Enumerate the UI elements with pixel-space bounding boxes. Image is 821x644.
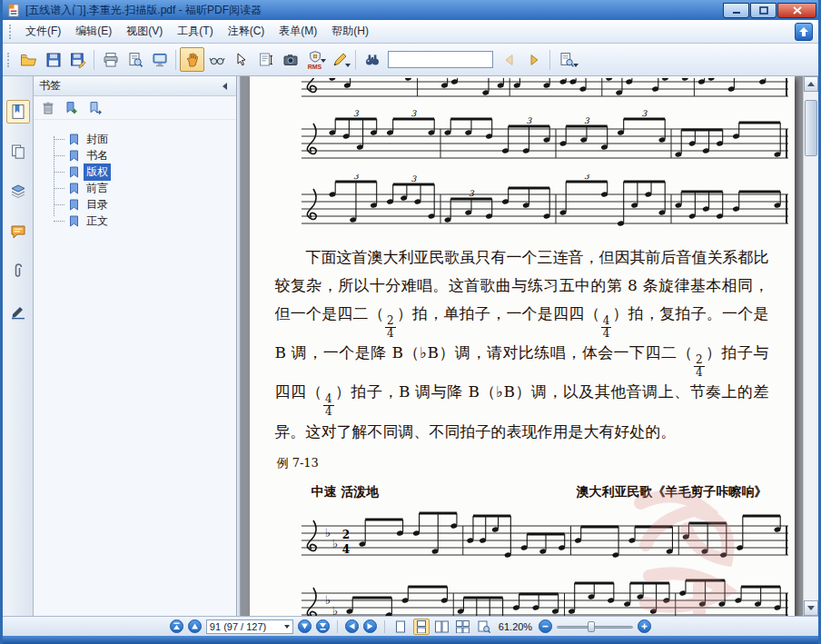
zoom-in-button[interactable]: [638, 619, 651, 633]
pdf-page: 33333 3333 下面这首澳大利亚民歌虽只有一个三连音，但因其前后音值关系都…: [250, 76, 795, 616]
save-as-button[interactable]: [65, 47, 90, 72]
maximize-button[interactable]: [750, 3, 776, 18]
bookmark-item-preface[interactable]: 前言: [48, 180, 236, 196]
zoom-slider-thumb[interactable]: [588, 621, 595, 632]
continuous-layout-button[interactable]: [413, 619, 430, 635]
vertical-scrollbar: [803, 76, 818, 616]
eyeglasses-icon: [209, 52, 225, 68]
search-input[interactable]: [388, 51, 493, 68]
collapse-panel-button[interactable]: [220, 81, 231, 92]
tempo-marking: 中速 活泼地: [312, 484, 380, 500]
comments-panel-button[interactable]: [6, 220, 30, 243]
layers-panel-icon: [10, 183, 26, 200]
open-folder-icon: [20, 52, 37, 68]
single-page-icon: [395, 620, 406, 633]
document-viewer: 33333 3333 下面这首澳大利亚民歌虽只有一个三连音，但因其前后音值关系都…: [241, 76, 818, 616]
continuous-facing-icon: [456, 620, 470, 633]
marquee-zoom-button[interactable]: [476, 619, 492, 635]
status-bar: 91 (97 / 127) 61.20%: [3, 616, 818, 636]
expand-bookmark-button[interactable]: [88, 101, 103, 115]
page-number-box[interactable]: 91 (97 / 127): [206, 619, 293, 634]
print-button[interactable]: [98, 47, 123, 72]
rms-protect-button[interactable]: RMS: [302, 47, 327, 72]
menu-help[interactable]: 帮助(H): [324, 20, 376, 43]
next-page-button[interactable]: [298, 619, 312, 633]
continuous-facing-layout-button[interactable]: [455, 619, 471, 635]
bookmarks-panel-title: 书签: [39, 78, 220, 94]
bookmark-item-title[interactable]: 书名: [48, 147, 236, 163]
bookmarks-toolbar: [34, 96, 236, 120]
svg-text:2: 2: [341, 529, 349, 541]
previous-view-icon: [348, 622, 356, 630]
bookmarks-panel-button[interactable]: [6, 100, 30, 124]
find-next-button[interactable]: [521, 47, 546, 72]
save-button[interactable]: [41, 47, 65, 72]
highlight-tool-button[interactable]: [327, 47, 351, 72]
rms-dropdown-caret: [321, 59, 326, 63]
bookmark-item-contents[interactable]: 目录: [48, 196, 236, 213]
app-icon: [7, 4, 21, 17]
open-button[interactable]: [16, 47, 41, 72]
zoom-tool-button[interactable]: [204, 47, 229, 72]
add-bookmark-button[interactable]: [64, 101, 79, 115]
find-previous-button[interactable]: [497, 47, 521, 72]
single-page-layout-button[interactable]: [392, 619, 409, 635]
svg-text:♭: ♭: [332, 604, 338, 616]
menu-file[interactable]: 文件(F): [18, 20, 68, 43]
bookmark-item-copyright[interactable]: 版权: [48, 163, 236, 180]
pages-panel-button[interactable]: [6, 140, 30, 163]
hand-icon: [184, 52, 201, 68]
scroll-up-icon: [807, 82, 815, 86]
hand-tool-button[interactable]: [180, 47, 204, 72]
signature-panel-button[interactable]: [6, 300, 30, 323]
view-options-button[interactable]: [554, 47, 579, 72]
zoom-level-label: 61.20%: [499, 621, 532, 632]
menu-view[interactable]: 视图(V): [119, 20, 170, 43]
first-page-icon: [173, 622, 181, 630]
text-select-button[interactable]: [253, 47, 278, 72]
attachments-panel-button[interactable]: [6, 260, 30, 283]
zoom-out-button[interactable]: [539, 619, 552, 633]
fullscreen-button[interactable]: [147, 47, 172, 72]
menu-bar: 文件(F) 编辑(E) 视图(V) 工具(T) 注释(C) 表单(M) 帮助(H…: [3, 20, 818, 44]
page-viewport: 33333 3333 下面这首澳大利亚民歌虽只有一个三连音，但因其前后音值关系都…: [241, 76, 803, 616]
minimize-button[interactable]: [723, 3, 749, 18]
zoom-in-icon: [640, 622, 648, 630]
first-page-button[interactable]: [170, 619, 183, 633]
last-page-button[interactable]: [316, 619, 330, 633]
previous-page-button[interactable]: [188, 619, 202, 633]
facing-layout-button[interactable]: [434, 619, 450, 635]
svg-text:3: 3: [468, 189, 474, 198]
menu-edit[interactable]: 编辑(E): [68, 20, 119, 43]
save-icon: [45, 52, 62, 68]
previous-view-button[interactable]: [345, 619, 359, 633]
close-button[interactable]: [777, 3, 816, 18]
svg-text:3: 3: [410, 109, 417, 118]
layers-panel-button[interactable]: [6, 180, 30, 203]
menu-forms[interactable]: 表单(M): [272, 20, 324, 43]
next-page-icon: [301, 622, 309, 630]
svg-text:3: 3: [583, 174, 589, 181]
zoom-slider[interactable]: [557, 620, 633, 633]
page-display: 91 (97 / 127): [210, 621, 282, 632]
bookmark-item-body[interactable]: 正文: [48, 213, 236, 229]
scrollbar-thumb[interactable]: [805, 100, 817, 156]
scroll-down-button[interactable]: [804, 600, 818, 616]
find-button[interactable]: [360, 47, 384, 72]
scroll-up-button[interactable]: [804, 76, 818, 92]
svg-text:3: 3: [410, 174, 417, 183]
menu-tools[interactable]: 工具(T): [170, 20, 220, 43]
print-preview-button[interactable]: [123, 47, 147, 72]
menu-comments[interactable]: 注释(C): [221, 20, 272, 43]
select-tool-button[interactable]: [229, 47, 253, 72]
upgrade-button[interactable]: [795, 23, 813, 41]
delete-bookmark-button[interactable]: [41, 101, 55, 115]
next-view-icon: [366, 622, 374, 630]
bookmark-item-cover[interactable]: 封面: [48, 131, 236, 147]
toolbar-separator: [94, 50, 94, 70]
save-as-icon: [70, 52, 86, 68]
navigation-panel-strip: [3, 76, 34, 616]
snapshot-button[interactable]: [278, 47, 302, 72]
next-view-button[interactable]: [363, 619, 377, 633]
svg-text:♭: ♭: [332, 537, 338, 550]
